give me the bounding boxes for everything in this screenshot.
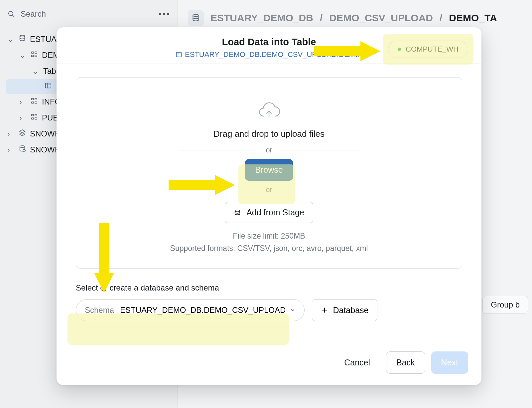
svg-point-24 <box>235 210 240 212</box>
formats-hint: Supported formats: CSV/TSV, json, orc, a… <box>89 244 449 253</box>
svg-point-0 <box>9 11 13 16</box>
modal-header: Load Data into Table ESTUARY_DEMO_DB.DEM… <box>57 27 481 64</box>
back-button[interactable]: Back <box>386 351 425 374</box>
svg-point-20 <box>193 14 199 17</box>
chevron-down-icon: ⌄ <box>32 67 39 76</box>
svg-rect-17 <box>35 118 37 119</box>
table-icon <box>176 51 182 58</box>
svg-rect-14 <box>32 114 34 116</box>
file-size-hint: File size limit: 250MB <box>89 232 449 241</box>
chevron-right-icon: › <box>7 129 15 138</box>
svg-point-2 <box>20 35 25 37</box>
add-database-button[interactable]: Database <box>312 299 377 321</box>
schema-icon <box>31 51 38 60</box>
chevron-down-icon: ⌄ <box>19 51 27 60</box>
chevron-right-icon: › <box>19 97 27 106</box>
svg-rect-6 <box>35 55 37 57</box>
plus-icon <box>321 306 328 314</box>
svg-rect-4 <box>35 52 37 54</box>
schema-section-heading: Select or create a database and schema <box>76 283 462 293</box>
chevron-down-icon <box>290 307 296 313</box>
status-dot-icon <box>398 48 401 51</box>
chevron-right-icon: › <box>7 145 15 154</box>
svg-rect-3 <box>32 52 34 54</box>
cloud-upload-icon <box>257 102 281 121</box>
divider: or <box>179 146 359 154</box>
warehouse-selector[interactable]: COMPUTE_WH <box>388 41 468 58</box>
more-icon[interactable]: ••• <box>159 9 170 19</box>
file-dropzone[interactable]: Drag and drop to upload files or Browse … <box>76 77 462 269</box>
database-icon <box>188 10 204 26</box>
modal-footer: Cancel Back Next <box>57 342 481 385</box>
modal-body: Drag and drop to upload files or Browse … <box>57 64 481 342</box>
schema-selector[interactable]: Schema ESTUARY_DEMO_DB.DEMO_CSV_UPLOAD <box>76 299 305 321</box>
schema-icon <box>31 113 38 122</box>
svg-rect-10 <box>32 99 34 100</box>
svg-rect-15 <box>35 114 37 116</box>
chevron-down-icon: ⌄ <box>7 35 15 44</box>
svg-point-19 <box>23 149 25 152</box>
share-icon <box>19 129 26 138</box>
svg-rect-11 <box>35 99 37 100</box>
svg-rect-13 <box>35 102 37 103</box>
svg-point-18 <box>20 146 25 148</box>
svg-rect-7 <box>46 83 51 88</box>
search-icon <box>7 10 15 18</box>
svg-rect-21 <box>177 52 182 57</box>
search-input[interactable]: Search <box>7 9 46 19</box>
stage-icon <box>234 209 241 216</box>
search-placeholder: Search <box>21 9 46 19</box>
svg-rect-12 <box>32 102 34 103</box>
chevron-right-icon: › <box>19 113 27 122</box>
divider: or <box>179 185 359 194</box>
groupby-button[interactable]: Group b <box>482 296 528 314</box>
breadcrumb: ESTUARY_DEMO_DB / DEMO_CSV_UPLOAD / DEMO… <box>188 10 522 26</box>
svg-line-1 <box>12 15 14 17</box>
next-button[interactable]: Next <box>431 351 468 374</box>
dropzone-text: Drag and drop to upload files <box>89 129 449 139</box>
load-data-modal: Load Data into Table ESTUARY_DEMO_DB.DEM… <box>57 27 481 385</box>
svg-rect-5 <box>32 55 34 57</box>
svg-rect-16 <box>32 118 34 119</box>
add-from-stage-button[interactable]: Add from Stage <box>225 202 313 223</box>
share-db-icon <box>19 145 26 154</box>
browse-button[interactable]: Browse <box>245 159 293 181</box>
table-icon <box>45 82 52 91</box>
cancel-button[interactable]: Cancel <box>334 351 380 374</box>
schema-icon <box>31 97 38 106</box>
database-icon <box>19 35 26 44</box>
